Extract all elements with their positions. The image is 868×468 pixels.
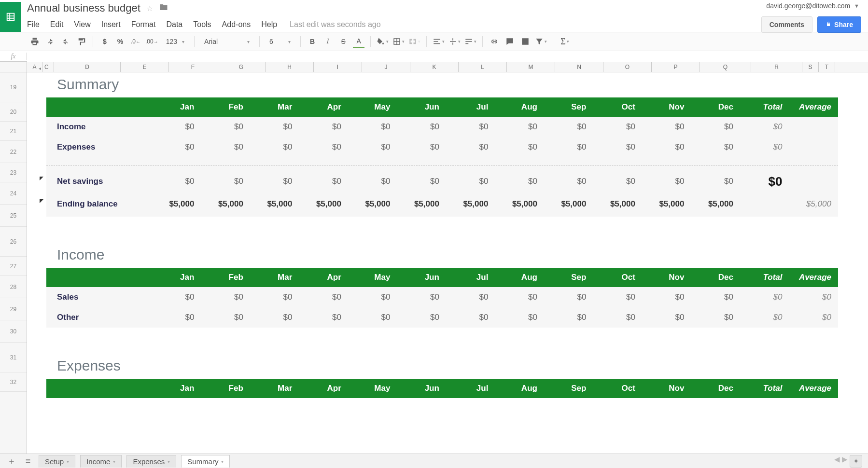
paint-format-icon[interactable]	[75, 35, 87, 48]
text-wrap-icon[interactable]: ▾	[464, 35, 476, 48]
text-color-icon[interactable]: A	[353, 35, 364, 48]
row-header[interactable]: 27	[0, 257, 27, 276]
col-header-o[interactable]: O	[603, 62, 652, 72]
row-header[interactable]: 25	[0, 205, 27, 227]
col-header-n[interactable]: N	[555, 62, 603, 72]
doc-title[interactable]: Annual business budget	[27, 2, 140, 14]
star-icon[interactable]: ☆	[146, 4, 153, 13]
menu-tools[interactable]: Tools	[193, 20, 211, 29]
insert-link-icon[interactable]	[489, 35, 500, 48]
col-header-l[interactable]: L	[459, 62, 507, 72]
folder-icon[interactable]	[159, 3, 168, 14]
menu-file[interactable]: File	[27, 20, 40, 29]
formula-input[interactable]	[27, 51, 868, 62]
tab-summary[interactable]: Summary▾	[181, 455, 230, 468]
col-header-f[interactable]: F	[169, 62, 217, 72]
sheets-logo[interactable]	[0, 2, 21, 32]
strikethrough-icon[interactable]: S	[337, 35, 349, 48]
number-format-select[interactable]: 123▾	[162, 35, 188, 48]
share-button[interactable]: Share	[817, 16, 861, 33]
income-other-row[interactable]: Other $0$0$0$0$0$0$0$0$0$0$0$0 $0$0	[46, 307, 838, 328]
spreadsheet-grid[interactable]: Summary JanFebMarAprMayJunJulAugSepOctNo…	[27, 72, 868, 454]
section-title-expenses: Expenses	[46, 350, 838, 379]
menu-addons[interactable]: Add-ons	[222, 20, 251, 29]
menu-insert[interactable]: Insert	[101, 20, 121, 29]
account-dropdown-icon[interactable]: ▼	[854, 3, 859, 9]
all-sheets-button[interactable]: ≡	[22, 456, 34, 466]
tab-scroll-right-icon[interactable]: ▶	[842, 455, 848, 468]
summary-net-savings-row[interactable]: Net savings $0$0$0$0$0$0$0$0$0$0$0$0 $0	[46, 171, 838, 192]
col-header-m[interactable]: M	[507, 62, 555, 72]
row-header[interactable]: 31	[0, 343, 27, 372]
account-email[interactable]: david.george@ditoweb.com	[766, 2, 850, 10]
col-header-a[interactable]: A	[27, 62, 42, 72]
row-header[interactable]: 23	[0, 163, 27, 182]
font-family-select[interactable]: Arial▾	[200, 35, 253, 48]
col-header-r[interactable]: R	[751, 62, 802, 72]
row-header[interactable]: 22	[0, 141, 27, 163]
income-sales-row[interactable]: Sales $0$0$0$0$0$0$0$0$0$0$0$0 $0$0	[46, 287, 838, 307]
row-header[interactable]: 28	[0, 276, 27, 298]
merge-cells-icon[interactable]: ▾	[408, 35, 420, 48]
add-sheet-button[interactable]: ＋	[6, 455, 17, 467]
bold-icon[interactable]: B	[307, 35, 318, 48]
select-all-corner[interactable]	[0, 62, 27, 72]
vertical-align-icon[interactable]: ▾	[448, 35, 461, 48]
menu-format[interactable]: Format	[131, 20, 156, 29]
decrease-decimal-icon[interactable]: .0←	[130, 35, 141, 48]
currency-icon[interactable]: $	[99, 35, 111, 48]
chevron-down-icon: ▾	[221, 459, 224, 464]
menu-edit[interactable]: Edit	[50, 20, 64, 29]
row-header[interactable]: 24	[0, 182, 27, 205]
fill-color-icon[interactable]: ▾	[377, 35, 389, 48]
row-header[interactable]: 19	[0, 72, 27, 102]
toolbar-separator	[194, 36, 195, 47]
toolbar-separator	[553, 36, 553, 47]
redo-icon[interactable]	[60, 35, 71, 48]
menu-help[interactable]: Help	[261, 20, 277, 29]
percent-icon[interactable]: %	[114, 35, 126, 48]
col-header-i[interactable]: I	[314, 62, 362, 72]
comments-button[interactable]: Comments	[761, 16, 812, 33]
menu-view[interactable]: View	[74, 20, 90, 29]
functions-icon[interactable]: Σ▾	[559, 35, 571, 48]
row-header[interactable]: 20	[0, 102, 27, 122]
undo-icon[interactable]	[44, 35, 56, 48]
row-header[interactable]: 26	[0, 227, 27, 257]
filter-icon[interactable]: ▾	[535, 35, 547, 48]
explore-button[interactable]: ✦	[850, 455, 862, 468]
row-header[interactable]: 21	[0, 122, 27, 141]
col-header-s[interactable]: S	[802, 62, 819, 72]
col-header-g[interactable]: G	[217, 62, 266, 72]
toolbar-separator	[93, 36, 93, 47]
summary-ending-balance-row[interactable]: Ending balance $5,000$5,000$5,000$5,000$…	[46, 192, 838, 217]
col-header-p[interactable]: P	[652, 62, 700, 72]
col-header-d[interactable]: D	[54, 62, 121, 72]
tab-expenses[interactable]: Expenses▾	[126, 455, 176, 468]
col-header-c[interactable]: C	[42, 62, 54, 72]
row-header[interactable]: 32	[0, 372, 27, 392]
summary-income-row[interactable]: Income $0$0$0$0$0$0$0$0$0$0$0$0 $0	[46, 117, 838, 137]
row-header[interactable]: 29	[0, 298, 27, 320]
tab-setup[interactable]: Setup▾	[39, 455, 75, 468]
insert-chart-icon[interactable]	[519, 35, 531, 48]
horizontal-align-icon[interactable]: ▾	[433, 35, 445, 48]
chevron-down-icon: ▾	[168, 459, 170, 464]
col-header-t[interactable]: T	[819, 62, 835, 72]
col-header-h[interactable]: H	[266, 62, 314, 72]
col-header-k[interactable]: K	[410, 62, 459, 72]
menu-data[interactable]: Data	[166, 20, 182, 29]
increase-decimal-icon[interactable]: .00→	[145, 35, 158, 48]
tab-income[interactable]: Income▾	[80, 455, 122, 468]
tab-scroll-left-icon[interactable]: ◀	[834, 455, 840, 468]
col-header-j[interactable]: J	[362, 62, 410, 72]
font-size-select[interactable]: 6▾	[266, 35, 294, 48]
insert-comment-icon[interactable]	[504, 35, 516, 48]
summary-expenses-row[interactable]: Expenses $0$0$0$0$0$0$0$0$0$0$0$0 $0	[46, 137, 838, 157]
borders-icon[interactable]: ▾	[392, 35, 405, 48]
col-header-q[interactable]: Q	[700, 62, 751, 72]
col-header-e[interactable]: E	[121, 62, 169, 72]
print-icon[interactable]	[29, 35, 41, 48]
row-header[interactable]: 30	[0, 320, 27, 343]
italic-icon[interactable]: I	[322, 35, 334, 48]
